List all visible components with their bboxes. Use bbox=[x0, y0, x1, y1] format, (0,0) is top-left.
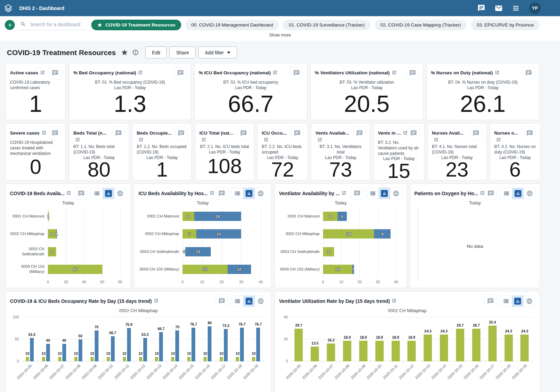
bar[interactable]: 32.4 bbox=[488, 326, 497, 361]
bar[interactable]: 75.9 bbox=[127, 328, 131, 361]
bar-segment[interactable]: 23 bbox=[183, 265, 228, 274]
bar-segment[interactable]: 16 bbox=[323, 265, 352, 274]
bar[interactable]: 10 bbox=[171, 357, 174, 361]
map-view-icon[interactable] bbox=[523, 296, 535, 307]
bar[interactable]: 10 bbox=[42, 357, 45, 361]
comments-icon[interactable] bbox=[484, 295, 497, 307]
chart-view-icon[interactable] bbox=[512, 296, 523, 307]
bar[interactable]: 73.3 bbox=[224, 329, 228, 361]
bar-segment[interactable]: 24 bbox=[194, 212, 241, 221]
table-view-icon[interactable] bbox=[500, 296, 512, 307]
bar[interactable]: 10 bbox=[252, 357, 255, 361]
bar[interactable]: 53.3 bbox=[143, 338, 147, 361]
chart-view-icon[interactable] bbox=[243, 296, 255, 307]
open-in-app-icon[interactable] bbox=[264, 137, 268, 144]
open-in-app-icon[interactable] bbox=[138, 70, 143, 76]
bar[interactable]: 10 bbox=[236, 357, 239, 361]
open-in-app-icon[interactable] bbox=[392, 298, 396, 304]
bar-segment[interactable]: 13 bbox=[185, 247, 211, 256]
dashboard-chip[interactable]: 03. EPICURVE by Province bbox=[471, 20, 540, 30]
bar[interactable]: 29.7 bbox=[294, 329, 303, 361]
comments-icon[interactable] bbox=[353, 127, 366, 139]
bar-segment[interactable]: 8 bbox=[323, 212, 338, 221]
bar-segment[interactable]: 23 bbox=[196, 229, 241, 239]
comments-icon[interactable] bbox=[351, 187, 363, 200]
bar[interactable]: 76.7 bbox=[191, 328, 195, 361]
bar[interactable]: 10 bbox=[187, 357, 190, 361]
bar[interactable]: 10 bbox=[74, 357, 77, 361]
new-dashboard-button[interactable] bbox=[5, 20, 15, 30]
bar[interactable]: 24.3 bbox=[424, 335, 432, 361]
bar-segment[interactable]: 12 bbox=[228, 265, 251, 274]
bar-segment[interactable]: 9 bbox=[374, 229, 391, 239]
interpretations-icon[interactable] bbox=[477, 4, 485, 12]
open-in-app-icon[interactable] bbox=[40, 70, 45, 76]
bar-segment[interactable]: 9 bbox=[48, 229, 56, 239]
bar[interactable]: 10 bbox=[91, 357, 94, 361]
bar[interactable]: 18.9 bbox=[392, 341, 400, 361]
bar-segment[interactable]: 7 bbox=[183, 229, 196, 239]
bar-segment[interactable]: 60 bbox=[48, 265, 102, 274]
comments-icon[interactable] bbox=[523, 127, 536, 139]
open-in-app-icon[interactable] bbox=[75, 137, 80, 144]
bar[interactable]: 24.3 bbox=[440, 335, 448, 361]
bar-segment[interactable]: 9 bbox=[48, 247, 56, 256]
bar[interactable]: 10 bbox=[204, 357, 207, 361]
dashboard-chip[interactable]: COVID-19 Treatment Resources bbox=[91, 20, 181, 30]
open-in-app-icon[interactable] bbox=[496, 137, 501, 144]
table-view-icon[interactable] bbox=[231, 188, 243, 199]
bar[interactable]: 40 bbox=[46, 344, 50, 361]
bar[interactable]: 18.9 bbox=[375, 341, 384, 361]
share-button[interactable]: Share bbox=[169, 46, 195, 59]
map-view-icon[interactable] bbox=[255, 188, 267, 199]
open-in-app-icon[interactable] bbox=[318, 137, 322, 144]
table-view-icon[interactable] bbox=[500, 188, 512, 199]
comments-icon[interactable] bbox=[290, 67, 303, 79]
open-in-app-icon[interactable] bbox=[434, 137, 438, 144]
bar-segment[interactable]: 5 bbox=[338, 212, 347, 221]
bar[interactable]: 18.9 bbox=[359, 341, 367, 361]
bar-segment[interactable]: 6 bbox=[323, 247, 334, 256]
bar[interactable]: 10 bbox=[107, 357, 110, 361]
bar[interactable]: 56.7 bbox=[111, 336, 115, 361]
bar[interactable]: 24.3 bbox=[505, 335, 513, 361]
show-more-button[interactable]: Show more bbox=[3, 30, 557, 41]
bar[interactable]: 10 bbox=[58, 357, 61, 361]
comments-icon[interactable] bbox=[291, 127, 303, 139]
table-view-icon[interactable] bbox=[231, 296, 243, 307]
add-filter-button[interactable]: Add filter bbox=[198, 46, 237, 59]
info-icon[interactable] bbox=[132, 49, 139, 56]
bar-segment[interactable]: 6 bbox=[183, 212, 194, 221]
messages-icon[interactable] bbox=[495, 4, 503, 12]
comments-icon[interactable] bbox=[175, 127, 187, 139]
chart-view-icon[interactable] bbox=[103, 188, 114, 199]
comments-icon[interactable] bbox=[49, 67, 61, 79]
bar-segment[interactable]: 1 bbox=[352, 265, 354, 274]
map-view-icon[interactable] bbox=[255, 296, 267, 307]
bar[interactable]: 70 bbox=[175, 330, 179, 361]
bar[interactable]: 40 bbox=[62, 344, 66, 361]
bar[interactable]: 13.5 bbox=[311, 347, 319, 361]
comments-icon[interactable] bbox=[406, 67, 419, 79]
bar[interactable]: 29.7 bbox=[456, 329, 464, 361]
open-in-app-icon[interactable] bbox=[210, 190, 214, 197]
comments-icon[interactable] bbox=[112, 127, 125, 139]
bar[interactable]: 16.2 bbox=[327, 343, 335, 361]
bar[interactable]: 10 bbox=[123, 357, 126, 361]
bar[interactable]: 53.3 bbox=[30, 338, 34, 361]
open-in-app-icon[interactable] bbox=[201, 137, 206, 144]
map-view-icon[interactable] bbox=[524, 188, 536, 199]
bar[interactable]: 18.9 bbox=[407, 341, 416, 361]
comments-icon[interactable] bbox=[470, 127, 482, 139]
open-in-app-icon[interactable] bbox=[495, 70, 499, 76]
comments-icon[interactable] bbox=[485, 187, 497, 200]
dashboard-chip[interactable]: 00. COVID-19 Management Dashboard bbox=[185, 20, 279, 30]
apps-icon[interactable] bbox=[512, 4, 520, 12]
bar[interactable]: 18.9 bbox=[343, 341, 351, 361]
map-view-icon[interactable] bbox=[114, 188, 126, 199]
open-in-app-icon[interactable] bbox=[273, 70, 277, 76]
open-in-app-icon[interactable] bbox=[154, 298, 158, 304]
bar-segment[interactable]: 28 bbox=[323, 229, 374, 239]
bar[interactable]: 10 bbox=[220, 357, 223, 361]
chart-view-icon[interactable] bbox=[512, 188, 524, 199]
